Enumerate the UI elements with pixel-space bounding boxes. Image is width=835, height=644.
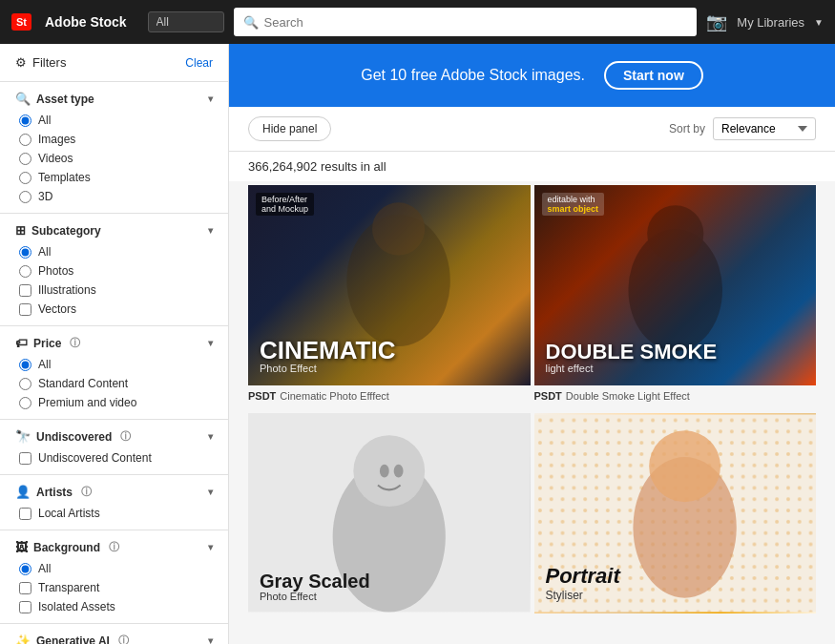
undiscovered-chevron: ▾ [208,431,213,442]
subcategory-photos[interactable]: Photos [19,264,213,278]
price-chevron: ▾ [208,338,213,348]
generative-ai-label: Generative AI [36,634,110,645]
cinematic-title: CINEMATIC Photo Effect [260,338,396,374]
generative-ai-chevron: ▾ [208,635,213,644]
subcategory-label: Subcategory [31,224,101,238]
filter-section-subcategory: ⊞ Subcategory ▾ All Photos Illustrations… [0,214,228,326]
price-premium[interactable]: Premium and video [19,396,213,409]
search-bar: 🔍 [234,8,698,36]
svg-point-13 [649,430,720,502]
background-icon: 🖼 [15,540,28,554]
filter-section-asset-type: 🔍 Asset type ▾ All Images Videos Templat… [0,82,228,214]
image-card-portrait[interactable]: editable with psd smart object Portr [534,413,817,626]
content-area: Get 10 free Adobe Stock images. Start no… [229,44,835,644]
price-all[interactable]: All [19,358,213,371]
filter-title-undiscovered[interactable]: 🔭 Undiscovered ⓘ ▾ [15,429,213,444]
filters-title-group: ⚙ Filters [15,55,66,70]
filters-label: Filters [32,55,66,70]
search-input[interactable] [264,15,688,30]
undiscovered-label: Undiscovered [36,430,112,444]
nav-filter-select[interactable]: All Photos Videos [148,11,224,32]
smoke-title: Double Smoke light effect [546,342,718,374]
top-navigation: St Adobe Stock All Photos Videos 🔍 📷 My … [0,0,835,44]
image-card-grayscale[interactable]: editable withsmart object Gray Scaled Ph… [248,413,531,626]
asset-type-chevron: ▾ [208,93,213,104]
undiscovered-icon: 🔭 [15,429,31,444]
asset-type-all[interactable]: All [19,114,213,127]
artists-info-icon[interactable]: ⓘ [81,485,92,499]
filter-section-artists: 👤 Artists ⓘ ▾ Local Artists [0,475,228,530]
artists-label: Artists [36,486,73,499]
undiscovered-info-icon[interactable]: ⓘ [120,429,131,444]
image-smoke: editable withsmart object Double Smoke l… [534,185,817,385]
filter-title-background[interactable]: 🖼 Background ⓘ ▾ [15,540,213,554]
asset-type-videos[interactable]: Videos [19,152,213,165]
svg-point-7 [380,465,389,478]
background-info-icon[interactable]: ⓘ [109,540,119,554]
subcategory-vectors[interactable]: Vectors [19,302,213,316]
asset-type-3d[interactable]: 3D [19,190,213,203]
filter-title-artists[interactable]: 👤 Artists ⓘ ▾ [15,485,213,499]
banner-text: Get 10 free Adobe Stock images. [361,67,585,84]
content-header: Hide panel Sort by Relevance Newest Undi… [229,107,835,152]
undiscovered-content[interactable]: Undiscovered Content [19,451,213,465]
svg-point-1 [372,202,425,255]
background-options: All Transparent Isolated Assets [15,562,213,613]
cinematic-brand: PSDT [248,390,276,402]
smoke-brand: PSDT [534,390,562,402]
sort-by-group: Sort by Relevance Newest Undiscovered Po… [669,117,816,140]
sort-select[interactable]: Relevance Newest Undiscovered Popular [713,117,816,140]
price-standard[interactable]: Standard Content [19,377,213,390]
hide-panel-button[interactable]: Hide panel [248,116,331,141]
clear-filters-button[interactable]: Clear [185,56,213,70]
filter-section-generative-ai: ✨ Generative AI ⓘ ▾ All [0,624,228,644]
price-info-icon[interactable]: ⓘ [70,336,80,350]
filters-icon: ⚙ [15,55,27,70]
image-grid: Before/Afterand Mockup CINEMATIC Photo E… [229,181,835,644]
smoke-title-text: Double Smoke Light Effect [566,390,690,402]
portrait-caption [534,613,817,626]
image-card-cinematic[interactable]: Before/Afterand Mockup CINEMATIC Photo E… [248,185,531,409]
asset-type-icon: 🔍 [15,92,31,106]
svg-point-3 [647,205,703,261]
price-label: Price [33,337,61,350]
portrait-title: Portrait Styliser [546,564,620,602]
cinematic-caption: PSDT Cinematic Photo Efffect [248,385,531,409]
sidebar-header: ⚙ Filters Clear [0,44,228,82]
asset-type-options: All Images Videos Templates 3D [15,114,213,203]
generative-ai-info-icon[interactable]: ⓘ [118,634,129,644]
my-libraries-menu[interactable]: My Libraries [737,15,804,30]
filter-title-asset-type[interactable]: 🔍 Asset type ▾ [15,92,213,106]
smoke-caption: PSDT Double Smoke Light Effect [534,385,817,409]
filter-section-price: 🏷 Price ⓘ ▾ All Standard Content Premium… [0,326,228,420]
asset-type-images[interactable]: Images [19,133,213,146]
camera-search-icon[interactable]: 📷 [706,11,727,32]
main-layout: ⚙ Filters Clear 🔍 Asset type ▾ All Image… [0,44,835,644]
artists-icon: 👤 [15,485,31,499]
background-transparent[interactable]: Transparent [19,581,213,594]
local-artists[interactable]: Local Artists [19,507,213,520]
subcategory-illustrations[interactable]: Illustrations [19,283,213,297]
promotional-banner: Get 10 free Adobe Stock images. Start no… [229,44,835,107]
start-now-button[interactable]: Start now [604,61,703,90]
artists-options: Local Artists [15,507,213,520]
svg-point-8 [394,465,404,478]
asset-type-templates[interactable]: Templates [19,171,213,184]
background-all[interactable]: All [19,562,213,575]
image-portrait: editable with psd smart object Portr [534,413,817,613]
results-count: 366,264,902 results in all [229,152,835,181]
price-icon: 🏷 [15,336,28,350]
background-isolated[interactable]: Isolated Assets [19,600,213,613]
filter-title-generative-ai[interactable]: ✨ Generative AI ⓘ ▾ [15,634,213,644]
subcategory-all[interactable]: All [19,245,213,259]
filter-title-subcategory[interactable]: ⊞ Subcategory ▾ [15,223,213,238]
generative-ai-icon: ✨ [15,634,31,644]
filter-title-price[interactable]: 🏷 Price ⓘ ▾ [15,336,213,350]
artists-chevron: ▾ [208,487,213,497]
subcategory-chevron: ▾ [208,225,213,236]
price-options: All Standard Content Premium and video [15,358,213,409]
image-card-smoke[interactable]: editable withsmart object Double Smoke l… [534,185,817,409]
grayscale-caption [248,613,531,626]
sidebar: ⚙ Filters Clear 🔍 Asset type ▾ All Image… [0,44,229,644]
background-label: Background [33,541,100,554]
